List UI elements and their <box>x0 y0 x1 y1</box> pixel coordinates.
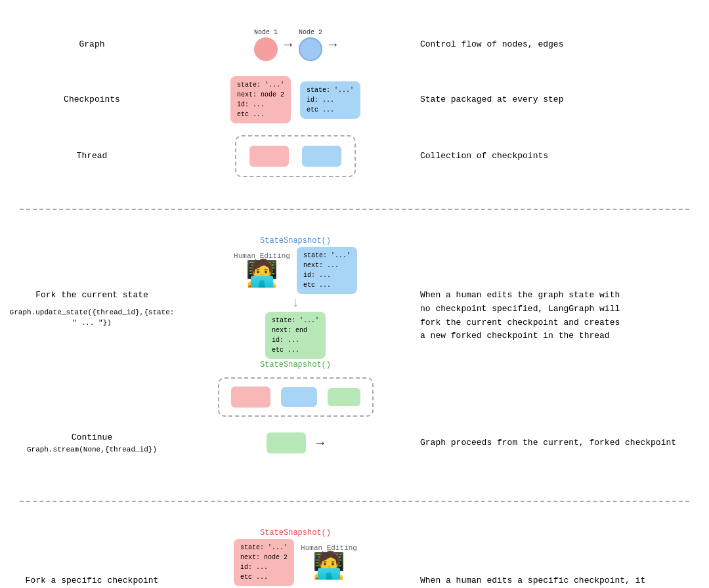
thread-rect2 <box>302 146 341 167</box>
section3-desc: When a human edits a specific checkpoint… <box>407 528 709 588</box>
divider2 <box>20 501 689 502</box>
section2-label-col: Fork the current state Graph.update_stat… <box>0 236 184 329</box>
state-card-bottom: state: '...' next: end id: ... etc ... <box>265 312 326 359</box>
section3-diagram: StateSnapshot() state: '...' next: node … <box>184 528 407 588</box>
continue-diagram: → <box>184 432 407 453</box>
fork-code: Graph.update_state({thread_id},{state: "… <box>7 307 177 329</box>
graph-desc: Control flow of nodes, edges <box>407 38 709 52</box>
section3-label-col: Fork a specific checkpoint Graph.update_… <box>0 528 184 588</box>
continue-arrow: → <box>316 436 324 451</box>
fork-title: Fork the current state <box>7 289 177 302</box>
s3-top-row: state: '...' next: node 2 id: ... etc ..… <box>234 539 357 586</box>
checkpoints-desc: State packaged at every step <box>407 93 709 107</box>
thread-rect1 <box>249 146 289 167</box>
s3-avatar-icon: 🧑‍💻 <box>312 555 345 581</box>
s3-card-top: state: '...' next: node 2 id: ... etc ..… <box>234 539 294 586</box>
thread2-rect1 <box>231 387 270 408</box>
s3-state-top-label: StateSnapshot() <box>260 528 331 537</box>
checkpoints-row: Checkpoints state: '...' next: node 2 id… <box>0 76 709 123</box>
thread-box <box>235 135 356 177</box>
section2-desc: When a human edits the graph state with … <box>407 236 709 343</box>
fork-specific-title: Fork a specific checkpoint <box>7 574 177 587</box>
s3-human-col: Human Editing 🧑‍💻 <box>301 544 357 581</box>
checkpoints-diagram: state: '...' next: node 2 id: ... etc ..… <box>184 76 407 123</box>
thread-diagram <box>184 135 407 177</box>
arrow2: → <box>329 37 337 52</box>
continue-rect <box>267 432 306 453</box>
thread-row: Thread Collection of checkpoints <box>0 135 709 177</box>
thread2-rect3 <box>328 388 360 406</box>
thread-desc: Collection of checkpoints <box>407 150 709 163</box>
section1: Graph Node 1 → Node 2 → Control flow of … <box>0 0 709 202</box>
human-editing-label: Human Editing <box>234 252 290 260</box>
graph-row: Graph Node 1 → Node 2 → Control flow of … <box>0 25 709 64</box>
thread2-rect2 <box>281 387 317 407</box>
thread-label: Thread <box>0 150 184 163</box>
avatar-icon: 🧑‍💻 <box>246 262 278 289</box>
state-card-top: state: '...' next: ... id: ... etc ... <box>297 247 357 294</box>
section2: Fork the current state Graph.update_stat… <box>0 217 709 494</box>
checkpoint-card2: state: '...' id: ... etc ... <box>300 81 360 119</box>
thread-box2-wrap <box>218 377 374 417</box>
node2-wrap: Node 2 <box>299 29 322 61</box>
graph-label: Graph <box>0 38 184 51</box>
s3-human-label: Human Editing <box>301 544 357 552</box>
continue-code: Graph.stream(None,{thread_id}) <box>7 444 177 455</box>
continue-label-col: Continue Graph.stream(None,{thread_id}) <box>0 431 184 455</box>
section2-diagram: StateSnapshot() Human Editing 🧑‍💻 state:… <box>184 236 407 417</box>
checkpoints-label: Checkpoints <box>0 93 184 106</box>
node1-wrap: Node 1 <box>254 29 278 61</box>
checkpoint-card1: state: '...' next: node 2 id: ... etc ..… <box>230 76 291 123</box>
state-snapshot-top-label: StateSnapshot() <box>260 236 331 245</box>
section3: Fork a specific checkpoint Graph.update_… <box>0 509 709 588</box>
continue-label: Continue <box>7 431 177 444</box>
arrow1: → <box>284 37 292 52</box>
graph-diagram: Node 1 → Node 2 → <box>184 29 407 61</box>
section2-continue-row: Continue Graph.stream(None,{thread_id}) … <box>0 423 709 463</box>
state-snapshot-bottom-label: StateSnapshot() <box>260 360 331 369</box>
continue-desc: Graph proceeds from the current, forked … <box>407 436 709 450</box>
node2-circle <box>299 37 322 61</box>
divider1 <box>20 209 689 210</box>
human-col: Human Editing 🧑‍💻 <box>234 252 290 289</box>
down-arrow1: ↓ <box>291 295 299 310</box>
node1-circle <box>254 37 278 61</box>
thread-box2 <box>218 377 374 417</box>
top-row-diagram: Human Editing 🧑‍💻 state: '...' next: ...… <box>234 247 357 294</box>
